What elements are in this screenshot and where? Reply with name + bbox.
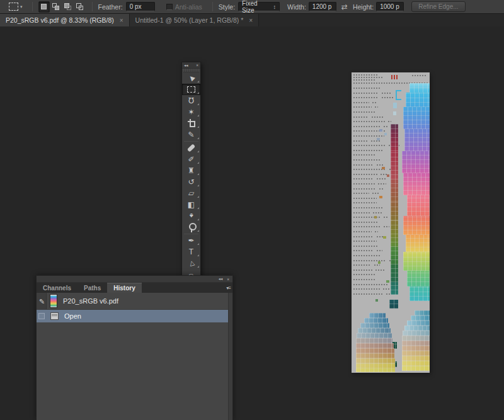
feather-input[interactable]: 0 px [126, 2, 155, 11]
panel-tab-channels[interactable]: Channels [37, 283, 77, 293]
left-pyramid-row [356, 363, 395, 368]
history-state-checkbox[interactable] [38, 313, 45, 319]
label-text-row [353, 202, 377, 203]
add-to-selection-icon [52, 3, 59, 10]
tool-preset-dropdown-icon[interactable]: ▾ [20, 4, 23, 9]
divider [212, 2, 213, 11]
tool-blur[interactable]: ♠ [182, 210, 200, 222]
swap-dimensions-icon[interactable]: ⇄ [341, 3, 348, 11]
color-speck [375, 299, 378, 302]
label-text-row [353, 126, 381, 127]
fine-print-row [412, 75, 427, 76]
label-text-row [353, 207, 384, 208]
width-input[interactable]: 1200 p [309, 2, 336, 11]
history-state-row-selected[interactable]: Open [37, 310, 232, 322]
label-text-row [353, 246, 378, 247]
tool-clone-stamp[interactable]: ♜ [182, 165, 200, 176]
tool-magic-wand[interactable]: ✶ [182, 106, 200, 118]
left-pyramid-row [364, 318, 388, 323]
gradient-patch-block [403, 252, 430, 271]
patch-grid-overlay [402, 341, 430, 346]
label-text-row [353, 169, 386, 170]
label-text-row [353, 226, 381, 227]
patch-grid-overlay [391, 234, 398, 247]
left-pyramid-row [356, 353, 394, 358]
label-text-row [353, 183, 375, 184]
tool-flyout-caret [197, 103, 199, 105]
document-tab[interactable]: Untitled-1 @ 50% (Layer 1, RGB/8) *× [130, 14, 260, 26]
tool-flyout-caret [197, 173, 199, 175]
refine-edge-button[interactable]: Refine Edge... [411, 1, 465, 12]
tool-move[interactable]: ▶ [182, 72, 200, 84]
tool-rectangular-marquee[interactable] [182, 84, 200, 95]
panel-tab-paths[interactable]: Paths [77, 283, 107, 293]
height-input[interactable]: 1000 p [376, 2, 404, 11]
close-panel-icon[interactable]: × [227, 277, 229, 281]
document-tab-label: P20_sRGB v6.pdf @ 8.33% (RGB/8) [6, 16, 114, 24]
divider [92, 2, 93, 11]
patch-grid-overlay [404, 326, 430, 331]
tool-path-selection[interactable]: ▷ [182, 258, 200, 269]
label-text-row [353, 188, 376, 190]
tool-dodge[interactable] [182, 222, 200, 233]
document-canvas-image[interactable] [352, 72, 430, 373]
label-text-row [379, 188, 384, 190]
tool-gradient[interactable]: ◧ [182, 199, 200, 210]
collapse-panel-icon[interactable]: ◂◂ [184, 63, 188, 68]
history-snapshot-row[interactable]: ✐P20_sRGB v6.pdf [37, 293, 232, 310]
tool-separator [184, 234, 198, 234]
patch-grid-overlay [402, 336, 430, 341]
history-source-well[interactable]: ✐ [37, 293, 47, 309]
left-pyramid-row [358, 328, 391, 333]
tool-flyout-caret [197, 137, 199, 139]
tool-eraser[interactable]: ▱ [182, 188, 200, 199]
patch-grid-overlay [360, 323, 389, 328]
tool-lasso[interactable]: ℧ [182, 95, 200, 106]
scroll-gutter[interactable] [228, 293, 232, 420]
tool-history-brush[interactable]: ↺ [182, 176, 200, 188]
panel-tab-history[interactable]: History [107, 283, 141, 293]
add-to-selection-button[interactable] [50, 1, 62, 13]
style-select[interactable]: Fixed Size ↕ [238, 2, 280, 11]
tool-healing-brush[interactable] [182, 142, 200, 154]
color-speck [386, 280, 389, 283]
left-pyramid-row [356, 338, 392, 343]
right-pyramid-row [411, 315, 430, 321]
panel-menu-icon[interactable]: ▾≡ [226, 285, 231, 291]
fine-print-row [353, 74, 379, 76]
new-selection-button[interactable] [38, 1, 50, 13]
close-tab-icon[interactable]: × [120, 17, 123, 24]
label-text-row [353, 178, 374, 179]
subtract-from-selection-button[interactable] [62, 1, 74, 13]
label-text-row [353, 154, 375, 156]
photoshop-window: { "options_bar": { "tool_preset": "recta… [0, 0, 504, 420]
tool-crop[interactable] [182, 118, 200, 129]
rectangular-marquee-tool-icon[interactable] [9, 3, 18, 11]
tool-pen[interactable]: ✒ [182, 235, 200, 246]
gradient-patch-block [407, 195, 430, 216]
label-text-row [353, 93, 379, 94]
subtract-from-selection-icon [64, 3, 71, 10]
color-speck [384, 133, 387, 135]
center-color-strip-segment [391, 234, 398, 247]
color-speck [382, 167, 385, 169]
blur-icon: ♠ [190, 212, 193, 220]
intersect-selection-button[interactable] [74, 1, 86, 13]
antialias-checkbox[interactable] [166, 4, 173, 10]
patch-grid-overlay [404, 129, 430, 151]
right-pyramid-row [402, 346, 430, 351]
tool-eyedropper[interactable]: ✎ [182, 129, 200, 140]
label-text-row [353, 231, 372, 232]
tool-brush[interactable]: ✐ [182, 154, 200, 165]
document-tab[interactable]: P20_sRGB v6.pdf @ 8.33% (RGB/8)× [0, 14, 130, 26]
close-tab-icon[interactable]: × [249, 17, 253, 24]
label-text-row [373, 212, 381, 213]
label-text-row [353, 145, 386, 146]
label-text-row [353, 116, 369, 118]
color-speck [374, 216, 377, 219]
document-tab-bar: P20_sRGB v6.pdf @ 8.33% (RGB/8)×Untitled… [0, 14, 504, 26]
close-panel-icon[interactable]: × [196, 63, 198, 67]
collapse-panel-icon[interactable]: ◂◂ [219, 276, 223, 281]
tool-type[interactable]: T [182, 246, 200, 258]
patch-grid-overlay [391, 220, 398, 234]
